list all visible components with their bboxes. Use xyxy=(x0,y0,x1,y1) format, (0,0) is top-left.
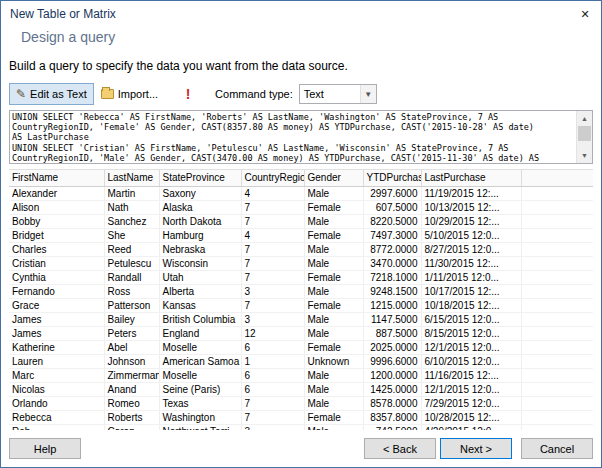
table-cell[interactable]: Ross xyxy=(104,285,159,299)
table-cell[interactable]: Female xyxy=(304,201,363,215)
table-cell[interactable]: Moselle xyxy=(159,341,241,355)
table-cell[interactable]: 6 xyxy=(241,369,304,383)
table-row[interactable]: LaurenJohnsonAmerican Samoa1Unknown9996.… xyxy=(9,355,593,369)
table-cell[interactable]: Romeo xyxy=(104,397,159,411)
table-cell[interactable]: She xyxy=(104,229,159,243)
table-cell[interactable]: Grace xyxy=(9,299,104,313)
table-cell[interactable]: Marc xyxy=(9,369,104,383)
table-cell[interactable]: Randall xyxy=(104,271,159,285)
table-cell[interactable]: Katherine xyxy=(9,341,104,355)
table-row[interactable]: BobbySanchezNorth Dakota7Male8220.500010… xyxy=(9,215,593,229)
table-cell[interactable]: Alberta xyxy=(159,285,241,299)
table-cell[interactable]: Lauren xyxy=(9,355,104,369)
table-cell[interactable]: Anand xyxy=(104,383,159,397)
table-cell[interactable]: Sanchez xyxy=(104,215,159,229)
table-cell[interactable]: Male xyxy=(304,243,363,257)
table-cell[interactable]: 10/29/2015 12:... xyxy=(421,215,521,229)
scrollbar-track[interactable] xyxy=(577,126,592,148)
table-cell[interactable]: 10/17/2015 12:... xyxy=(421,285,521,299)
table-row[interactable]: BridgetSheHamburg4Female7497.30005/10/20… xyxy=(9,229,593,243)
table-cell[interactable]: 10/18/2015 12:... xyxy=(421,299,521,313)
table-cell[interactable]: Kansas xyxy=(159,299,241,313)
table-cell[interactable]: Alaska xyxy=(159,201,241,215)
table-cell[interactable]: 2997.6000 xyxy=(363,187,421,201)
table-cell[interactable]: 7218.1000 xyxy=(363,271,421,285)
table-cell[interactable]: Texas xyxy=(159,397,241,411)
table-cell[interactable]: Saxony xyxy=(159,187,241,201)
column-header-countryregionid[interactable]: CountryRegionID xyxy=(241,170,304,187)
table-cell[interactable]: Utah xyxy=(159,271,241,285)
table-cell[interactable]: Female xyxy=(304,271,363,285)
table-cell[interactable]: 12/1/2015 12:0... xyxy=(421,341,521,355)
table-row[interactable]: AlexanderMartinSaxony4Male2997.600011/19… xyxy=(9,187,593,201)
table-cell[interactable]: 11/30/2015 12:... xyxy=(421,257,521,271)
table-cell[interactable]: England xyxy=(159,327,241,341)
table-cell[interactable]: 7 xyxy=(241,397,304,411)
table-cell[interactable]: 7 xyxy=(241,215,304,229)
table-cell[interactable]: Bailey xyxy=(104,313,159,327)
table-cell[interactable]: 10/13/2015 12:... xyxy=(421,201,521,215)
table-cell[interactable]: Male xyxy=(304,187,363,201)
table-cell[interactable]: Zimmerman xyxy=(104,369,159,383)
table-cell[interactable]: American Samoa xyxy=(159,355,241,369)
table-cell[interactable]: Nath xyxy=(104,201,159,215)
column-header-lastpurchase[interactable]: LastPurchase xyxy=(421,170,521,187)
table-cell[interactable]: Petulescu xyxy=(104,257,159,271)
table-row[interactable]: FernandoRossAlberta3Male9248.150010/17/2… xyxy=(9,285,593,299)
table-cell[interactable]: Reed xyxy=(104,243,159,257)
table-cell[interactable]: Male xyxy=(304,397,363,411)
table-cell[interactable]: 7 xyxy=(241,411,304,425)
table-cell[interactable]: Female xyxy=(304,341,363,355)
column-header-ytdpurchase[interactable]: YTDPurchase xyxy=(363,170,421,187)
table-cell[interactable]: Unknown xyxy=(304,355,363,369)
table-cell[interactable]: Male xyxy=(304,369,363,383)
table-row[interactable]: KatherineAbelMoselle6Female2025.000012/1… xyxy=(9,341,593,355)
table-cell[interactable]: 7 xyxy=(241,271,304,285)
table-cell[interactable]: Charles xyxy=(9,243,104,257)
table-cell[interactable]: 11/16/2015 12:... xyxy=(421,369,521,383)
table-row[interactable]: GracePattersonKansas7Female1215.000010/1… xyxy=(9,299,593,313)
back-button[interactable]: < Back xyxy=(364,438,436,459)
table-cell[interactable]: 8357.8000 xyxy=(363,411,421,425)
edit-as-text-button[interactable]: ✎ Edit as Text xyxy=(9,83,94,105)
table-cell[interactable]: 6/10/2015 12:0... xyxy=(421,355,521,369)
table-cell[interactable]: 6 xyxy=(241,341,304,355)
table-cell[interactable]: Johnson xyxy=(104,355,159,369)
table-cell[interactable]: Seine (Paris) xyxy=(159,383,241,397)
table-cell[interactable]: 7 xyxy=(241,243,304,257)
table-cell[interactable]: Moselle xyxy=(159,369,241,383)
table-cell[interactable]: Bobby xyxy=(9,215,104,229)
table-cell[interactable]: 1147.5000 xyxy=(363,313,421,327)
table-cell[interactable]: British Columbia xyxy=(159,313,241,327)
table-cell[interactable]: Male xyxy=(304,257,363,271)
table-cell[interactable]: Abel xyxy=(104,341,159,355)
table-cell[interactable]: 1 xyxy=(241,355,304,369)
table-cell[interactable]: 3 xyxy=(241,313,304,327)
table-cell[interactable]: 5/10/2015 12:0... xyxy=(421,229,521,243)
table-cell[interactable]: Alison xyxy=(9,201,104,215)
table-cell[interactable]: Hamburg xyxy=(159,229,241,243)
table-cell[interactable]: Male xyxy=(304,215,363,229)
table-row[interactable]: CharlesReedNebraska7Male8772.00008/27/20… xyxy=(9,243,593,257)
command-type-select[interactable]: Text ▼ xyxy=(299,84,377,104)
table-cell[interactable]: 8220.5000 xyxy=(363,215,421,229)
table-cell[interactable]: Nebraska xyxy=(159,243,241,257)
table-cell[interactable]: 10/28/2015 12:... xyxy=(421,411,521,425)
table-cell[interactable]: 4 xyxy=(241,187,304,201)
table-cell[interactable]: 7497.3000 xyxy=(363,229,421,243)
query-scrollbar[interactable]: ▲ ▼ xyxy=(576,111,592,163)
help-button[interactable]: Help xyxy=(9,438,81,459)
table-cell[interactable]: 2025.0000 xyxy=(363,341,421,355)
table-cell[interactable]: 12/1/2015 12:0... xyxy=(421,383,521,397)
table-cell[interactable]: 6/15/2015 12:0... xyxy=(421,313,521,327)
table-cell[interactable]: 6 xyxy=(241,383,304,397)
table-cell[interactable]: Martin xyxy=(104,187,159,201)
table-cell[interactable]: Cynthia xyxy=(9,271,104,285)
table-cell[interactable]: 8772.0000 xyxy=(363,243,421,257)
scrollbar-thumb[interactable] xyxy=(578,126,591,141)
table-row[interactable]: RebeccaRobertsWashington7Female8357.8000… xyxy=(9,411,593,425)
table-cell[interactable]: 8/15/2015 12:0... xyxy=(421,327,521,341)
table-row[interactable]: JamesBaileyBritish Columbia3Male1147.500… xyxy=(9,313,593,327)
scroll-down-icon[interactable]: ▼ xyxy=(577,148,592,163)
column-header-stateprovince[interactable]: StateProvince xyxy=(159,170,241,187)
